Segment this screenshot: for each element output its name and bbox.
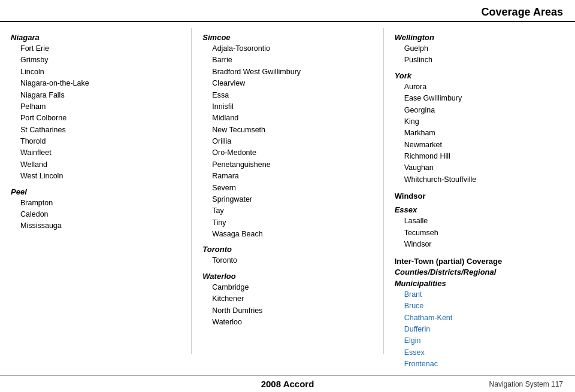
city-guelph: Guelph — [395, 43, 564, 54]
region-niagara: Niagara Fort Erie Grimsby Lincoln Niagar… — [11, 33, 180, 183]
city-cambridge: Cambridge — [202, 282, 372, 293]
column-3: Wellington Guelph Puslinch York Aurora E… — [384, 28, 575, 354]
footer-right-text: Navigation System 117 — [489, 380, 563, 388]
region-toronto: Toronto Toronto — [202, 245, 372, 266]
city-springwater: Springwater — [202, 194, 372, 205]
city-whitchurch: Whitchurch-Stouffville — [395, 174, 564, 186]
region-waterloo-label: Waterloo — [202, 272, 372, 281]
city-lasalle: Lasalle — [395, 215, 564, 227]
city-tay: Tay — [202, 205, 372, 217]
city-ramara: Ramara — [202, 171, 372, 182]
city-new-tecumseth: New Tecumseth — [202, 124, 372, 136]
link-bruce[interactable]: Bruce — [395, 300, 564, 312]
region-toronto-label: Toronto — [202, 245, 372, 254]
city-innisfil: Innisfil — [202, 101, 372, 113]
city-bradford-west: Bradford West Gwillimbury — [202, 66, 372, 78]
city-niagara-on-the-lake: Niagara-on-the-Lake — [11, 78, 180, 89]
page-footer: placeholder 2008 Accord Navigation Syste… — [0, 375, 575, 392]
city-tecumseh: Tecumseh — [395, 227, 564, 239]
region-wellington-label: Wellington — [395, 33, 564, 42]
city-caledon: Caledon — [11, 209, 180, 220]
city-penetanguishene: Penetanguishene — [202, 159, 372, 171]
column-2: Simcoe Adjala-Tosorontio Barrie Bradford… — [192, 28, 383, 354]
city-clearview: Clearview — [202, 78, 372, 89]
region-windsor: Windsor — [395, 192, 564, 200]
city-adjala: Adjala-Tosorontio — [202, 43, 372, 54]
region-essex-label: Essex — [395, 205, 564, 214]
region-niagara-label: Niagara — [11, 33, 180, 42]
city-oro-medonte: Oro-Medonte — [202, 147, 372, 159]
column-1: Niagara Fort Erie Grimsby Lincoln Niagar… — [0, 28, 192, 354]
region-simcoe-label: Simcoe — [202, 33, 372, 42]
city-orillia: Orillia — [202, 136, 372, 147]
region-wellington: Wellington Guelph Puslinch — [395, 33, 564, 66]
city-kitchener: Kitchener — [202, 293, 372, 305]
city-welland: Welland — [11, 159, 180, 171]
footer-center-text: 2008 Accord — [261, 379, 314, 389]
inter-town-italic: Counties/Districts/RegionalMunicipalitie… — [395, 267, 564, 288]
link-brant[interactable]: Brant — [395, 289, 564, 300]
city-waterloo: Waterloo — [202, 317, 372, 328]
city-puslinch: Puslinch — [395, 54, 564, 66]
city-tiny: Tiny — [202, 217, 372, 229]
inter-town-section: Inter-Town (partial) Coverage Counties/D… — [395, 256, 564, 370]
link-frontenac[interactable]: Frontenac — [395, 358, 564, 370]
link-chatham-kent[interactable]: Chatham-Kent — [395, 312, 564, 324]
city-mississauga: Mississauga — [11, 220, 180, 232]
region-peel: Peel Brampton Caledon Mississauga — [11, 187, 180, 232]
region-waterloo: Waterloo Cambridge Kitchener North Dumfr… — [202, 272, 372, 329]
city-essa: Essa — [202, 90, 372, 101]
city-aurora: Aurora — [395, 81, 564, 93]
region-york: York Aurora Ease Gwillimbury Georgina Ki… — [395, 71, 564, 186]
city-brampton: Brampton — [11, 197, 180, 209]
city-thorold: Thorold — [11, 136, 180, 147]
city-georgina: Georgina — [395, 105, 564, 116]
city-barrie: Barrie — [202, 54, 372, 66]
city-king: King — [395, 116, 564, 127]
city-port-colborne: Port Colborne — [11, 113, 180, 124]
region-york-label: York — [395, 71, 564, 80]
region-peel-label: Peel — [11, 187, 180, 196]
city-ease-gwillimbury: Ease Gwillimbury — [395, 93, 564, 104]
region-simcoe: Simcoe Adjala-Tosorontio Barrie Bradford… — [202, 33, 372, 240]
city-north-dumfries: North Dumfries — [202, 305, 372, 317]
region-windsor-label: Windsor — [395, 192, 564, 200]
page-header: Coverage Areas — [0, 0, 575, 22]
city-west-lincoln: West Lincoln — [11, 171, 180, 182]
city-niagara-falls: Niagara Falls — [11, 90, 180, 101]
city-markham: Markham — [395, 127, 564, 139]
city-severn: Severn — [202, 183, 372, 194]
city-midland: Midland — [202, 113, 372, 124]
city-lincoln: Lincoln — [11, 66, 180, 78]
city-vaughan: Vaughan — [395, 162, 564, 174]
city-windsor-essex: Windsor — [395, 239, 564, 250]
city-toronto: Toronto — [202, 255, 372, 266]
city-richmond-hill: Richmond Hill — [395, 151, 564, 162]
region-essex: Essex Lasalle Tecumseh Windsor — [395, 205, 564, 250]
link-essex[interactable]: Essex — [395, 347, 564, 358]
city-st-catharines: St Catharines — [11, 124, 180, 136]
city-newmarket: Newmarket — [395, 139, 564, 151]
city-wainfleet: Wainfleet — [11, 147, 180, 159]
city-fort-erie: Fort Erie — [11, 43, 180, 54]
content-area: Niagara Fort Erie Grimsby Lincoln Niagar… — [0, 22, 575, 360]
inter-town-heading: Inter-Town (partial) Coverage — [395, 256, 564, 267]
city-pelham: Pelham — [11, 101, 180, 113]
city-grimsby: Grimsby — [11, 54, 180, 66]
page-title: Coverage Areas — [482, 6, 563, 18]
link-dufferin[interactable]: Dufferin — [395, 324, 564, 335]
link-elgin[interactable]: Elgin — [395, 335, 564, 347]
city-wasaga-beach: Wasaga Beach — [202, 229, 372, 240]
